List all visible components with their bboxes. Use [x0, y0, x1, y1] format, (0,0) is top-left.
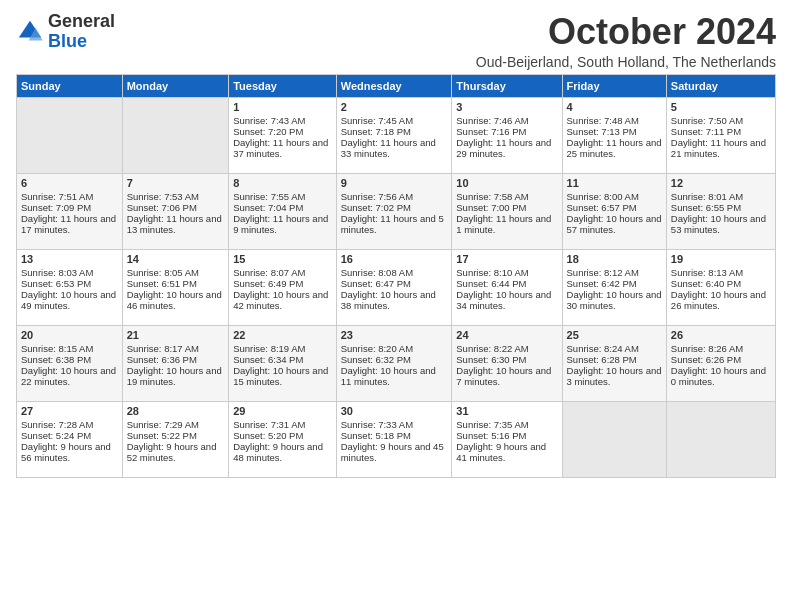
day-number: 7	[127, 177, 225, 189]
daylight-text: Daylight: 10 hours and 3 minutes.	[567, 365, 662, 387]
day-cell: 16Sunrise: 8:08 AMSunset: 6:47 PMDayligh…	[336, 249, 452, 325]
daylight-text: Daylight: 10 hours and 7 minutes.	[456, 365, 557, 387]
day-number: 11	[567, 177, 662, 189]
sunrise-text: Sunrise: 8:12 AM	[567, 267, 662, 278]
sunrise-text: Sunrise: 7:33 AM	[341, 419, 448, 430]
sunrise-text: Sunrise: 8:15 AM	[21, 343, 118, 354]
day-cell: 27Sunrise: 7:28 AMSunset: 5:24 PMDayligh…	[17, 401, 123, 477]
page: General Blue October 2024 Oud-Beijerland…	[0, 0, 792, 486]
daylight-text: Daylight: 10 hours and 53 minutes.	[671, 213, 771, 235]
sunset-text: Sunset: 5:24 PM	[21, 430, 118, 441]
daylight-text: Daylight: 11 hours and 17 minutes.	[21, 213, 118, 235]
day-number: 24	[456, 329, 557, 341]
sunrise-text: Sunrise: 7:28 AM	[21, 419, 118, 430]
daylight-text: Daylight: 11 hours and 9 minutes.	[233, 213, 332, 235]
daylight-text: Daylight: 9 hours and 41 minutes.	[456, 441, 557, 463]
sunset-text: Sunset: 6:47 PM	[341, 278, 448, 289]
day-cell: 26Sunrise: 8:26 AMSunset: 6:26 PMDayligh…	[666, 325, 775, 401]
day-number: 14	[127, 253, 225, 265]
day-number: 31	[456, 405, 557, 417]
day-cell: 10Sunrise: 7:58 AMSunset: 7:00 PMDayligh…	[452, 173, 562, 249]
subtitle: Oud-Beijerland, South Holland, The Nethe…	[476, 54, 776, 70]
daylight-text: Daylight: 11 hours and 25 minutes.	[567, 137, 662, 159]
week-row-4: 27Sunrise: 7:28 AMSunset: 5:24 PMDayligh…	[17, 401, 776, 477]
daylight-text: Daylight: 11 hours and 37 minutes.	[233, 137, 332, 159]
daylight-text: Daylight: 10 hours and 49 minutes.	[21, 289, 118, 311]
sunrise-text: Sunrise: 8:00 AM	[567, 191, 662, 202]
sunset-text: Sunset: 5:22 PM	[127, 430, 225, 441]
day-number: 1	[233, 101, 332, 113]
sunset-text: Sunset: 6:28 PM	[567, 354, 662, 365]
day-number: 13	[21, 253, 118, 265]
day-cell: 18Sunrise: 8:12 AMSunset: 6:42 PMDayligh…	[562, 249, 666, 325]
daylight-text: Daylight: 10 hours and 22 minutes.	[21, 365, 118, 387]
calendar-table: Sunday Monday Tuesday Wednesday Thursday…	[16, 74, 776, 478]
day-cell: 15Sunrise: 8:07 AMSunset: 6:49 PMDayligh…	[229, 249, 337, 325]
sunrise-text: Sunrise: 8:07 AM	[233, 267, 332, 278]
day-cell: 22Sunrise: 8:19 AMSunset: 6:34 PMDayligh…	[229, 325, 337, 401]
day-cell: 9Sunrise: 7:56 AMSunset: 7:02 PMDaylight…	[336, 173, 452, 249]
sunset-text: Sunset: 6:44 PM	[456, 278, 557, 289]
sunset-text: Sunset: 6:40 PM	[671, 278, 771, 289]
sunrise-text: Sunrise: 8:17 AM	[127, 343, 225, 354]
day-cell: 23Sunrise: 8:20 AMSunset: 6:32 PMDayligh…	[336, 325, 452, 401]
sunset-text: Sunset: 5:20 PM	[233, 430, 332, 441]
day-number: 18	[567, 253, 662, 265]
sunrise-text: Sunrise: 7:55 AM	[233, 191, 332, 202]
sunrise-text: Sunrise: 8:19 AM	[233, 343, 332, 354]
day-number: 6	[21, 177, 118, 189]
logo-blue: Blue	[48, 31, 87, 51]
sunrise-text: Sunrise: 8:20 AM	[341, 343, 448, 354]
day-number: 27	[21, 405, 118, 417]
sunset-text: Sunset: 6:38 PM	[21, 354, 118, 365]
day-number: 20	[21, 329, 118, 341]
week-row-3: 20Sunrise: 8:15 AMSunset: 6:38 PMDayligh…	[17, 325, 776, 401]
daylight-text: Daylight: 10 hours and 19 minutes.	[127, 365, 225, 387]
daylight-text: Daylight: 9 hours and 56 minutes.	[21, 441, 118, 463]
sunset-text: Sunset: 6:34 PM	[233, 354, 332, 365]
day-cell: 12Sunrise: 8:01 AMSunset: 6:55 PMDayligh…	[666, 173, 775, 249]
sunrise-text: Sunrise: 8:05 AM	[127, 267, 225, 278]
sunrise-text: Sunrise: 8:03 AM	[21, 267, 118, 278]
sunset-text: Sunset: 6:51 PM	[127, 278, 225, 289]
sunrise-text: Sunrise: 7:53 AM	[127, 191, 225, 202]
sunset-text: Sunset: 6:36 PM	[127, 354, 225, 365]
day-number: 9	[341, 177, 448, 189]
day-cell: 31Sunrise: 7:35 AMSunset: 5:16 PMDayligh…	[452, 401, 562, 477]
day-number: 3	[456, 101, 557, 113]
sunset-text: Sunset: 7:16 PM	[456, 126, 557, 137]
day-number: 22	[233, 329, 332, 341]
day-number: 8	[233, 177, 332, 189]
col-thursday: Thursday	[452, 74, 562, 97]
day-cell: 29Sunrise: 7:31 AMSunset: 5:20 PMDayligh…	[229, 401, 337, 477]
day-number: 21	[127, 329, 225, 341]
sunrise-text: Sunrise: 7:51 AM	[21, 191, 118, 202]
header: General Blue October 2024 Oud-Beijerland…	[16, 12, 776, 70]
daylight-text: Daylight: 10 hours and 11 minutes.	[341, 365, 448, 387]
day-number: 30	[341, 405, 448, 417]
day-number: 2	[341, 101, 448, 113]
sunrise-text: Sunrise: 8:24 AM	[567, 343, 662, 354]
sunrise-text: Sunrise: 7:35 AM	[456, 419, 557, 430]
day-cell: 25Sunrise: 8:24 AMSunset: 6:28 PMDayligh…	[562, 325, 666, 401]
day-cell: 6Sunrise: 7:51 AMSunset: 7:09 PMDaylight…	[17, 173, 123, 249]
sunrise-text: Sunrise: 7:43 AM	[233, 115, 332, 126]
day-cell: 24Sunrise: 8:22 AMSunset: 6:30 PMDayligh…	[452, 325, 562, 401]
daylight-text: Daylight: 11 hours and 33 minutes.	[341, 137, 448, 159]
calendar-body: 1Sunrise: 7:43 AMSunset: 7:20 PMDaylight…	[17, 97, 776, 477]
day-number: 26	[671, 329, 771, 341]
sunset-text: Sunset: 5:16 PM	[456, 430, 557, 441]
daylight-text: Daylight: 10 hours and 46 minutes.	[127, 289, 225, 311]
logo: General Blue	[16, 12, 115, 52]
sunset-text: Sunset: 7:11 PM	[671, 126, 771, 137]
daylight-text: Daylight: 10 hours and 26 minutes.	[671, 289, 771, 311]
daylight-text: Daylight: 11 hours and 29 minutes.	[456, 137, 557, 159]
day-cell: 19Sunrise: 8:13 AMSunset: 6:40 PMDayligh…	[666, 249, 775, 325]
day-number: 19	[671, 253, 771, 265]
day-number: 23	[341, 329, 448, 341]
daylight-text: Daylight: 10 hours and 34 minutes.	[456, 289, 557, 311]
day-number: 15	[233, 253, 332, 265]
sunset-text: Sunset: 6:42 PM	[567, 278, 662, 289]
week-row-0: 1Sunrise: 7:43 AMSunset: 7:20 PMDaylight…	[17, 97, 776, 173]
day-number: 16	[341, 253, 448, 265]
